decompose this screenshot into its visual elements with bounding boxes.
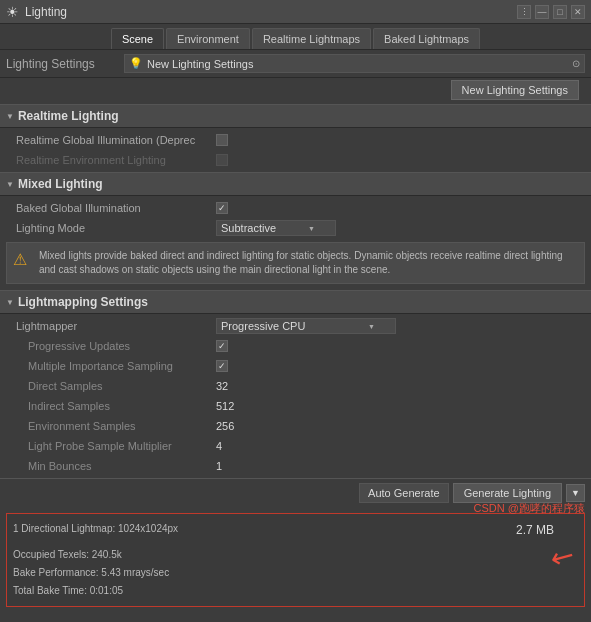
maximize-button[interactable]: □ bbox=[553, 5, 567, 19]
lightmapping-settings-header[interactable]: ▼ Lightmapping Settings bbox=[0, 290, 591, 314]
watermark-text: CSDN @跑哮的程序猿 bbox=[474, 501, 585, 516]
stats-line1: 1 Directional Lightmap: 1024x1024px bbox=[13, 520, 578, 538]
baked-global-illumination-row: Baked Global Illumination bbox=[0, 198, 591, 218]
lighting-settings-value: New Lighting Settings bbox=[147, 58, 253, 70]
baked-global-illumination-label: Baked Global Illumination bbox=[16, 202, 216, 214]
min-bounces-value: 1 bbox=[216, 460, 222, 472]
tab-realtime-lightmaps[interactable]: Realtime Lightmaps bbox=[252, 28, 371, 49]
lightmapper-label: Lightmapper bbox=[16, 320, 216, 332]
realtime-global-illumination-row: Realtime Global Illumination (Deprec bbox=[0, 130, 591, 150]
realtime-global-illumination-checkbox[interactable] bbox=[216, 134, 228, 146]
progressive-updates-label: Progressive Updates bbox=[16, 340, 216, 352]
lighting-mode-row: Lighting Mode Subtractive bbox=[0, 218, 591, 238]
tab-scene[interactable]: Scene bbox=[111, 28, 164, 49]
indirect-samples-row: Indirect Samples 512 bbox=[0, 396, 591, 416]
realtime-environment-lighting-checkbox bbox=[216, 154, 228, 166]
new-lighting-settings-button[interactable]: New Lighting Settings bbox=[451, 80, 579, 100]
light-probe-sample-multiplier-row: Light Probe Sample Multiplier 4 bbox=[0, 436, 591, 456]
lightmapper-select[interactable]: Progressive CPU bbox=[216, 318, 396, 334]
environment-samples-label: Environment Samples bbox=[16, 420, 216, 432]
select-arrow-icon: ⊙ bbox=[572, 58, 580, 69]
indirect-samples-value: 512 bbox=[216, 400, 234, 412]
multiple-importance-sampling-checkbox[interactable] bbox=[216, 360, 228, 372]
generate-lighting-button[interactable]: Generate Lighting bbox=[453, 483, 562, 503]
min-bounces-row: Min Bounces 1 bbox=[0, 456, 591, 476]
lightmapping-collapse-triangle-icon: ▼ bbox=[6, 298, 14, 307]
environment-samples-row: Environment Samples 256 bbox=[0, 416, 591, 436]
mixed-collapse-triangle-icon: ▼ bbox=[6, 180, 14, 189]
lightmapper-row: Lightmapper Progressive CPU bbox=[0, 316, 591, 336]
warning-icon: ⚠ bbox=[13, 249, 31, 277]
realtime-environment-lighting-row: Realtime Environment Lighting bbox=[0, 150, 591, 170]
tab-bar-wrapper: Scene Environment Realtime Lightmaps Bak… bbox=[0, 24, 591, 50]
mixed-lighting-content: Baked Global Illumination Lighting Mode … bbox=[0, 196, 591, 290]
auto-generate-label: Auto Generate bbox=[368, 487, 440, 499]
tab-baked-lightmaps[interactable]: Baked Lightmaps bbox=[373, 28, 480, 49]
multiple-importance-sampling-row: Multiple Importance Sampling bbox=[0, 356, 591, 376]
window-title: Lighting bbox=[25, 5, 67, 19]
mixed-lighting-warning: ⚠ Mixed lights provide baked direct and … bbox=[6, 242, 585, 284]
min-bounces-label: Min Bounces bbox=[16, 460, 216, 472]
tab-environment[interactable]: Environment bbox=[166, 28, 250, 49]
auto-generate-button[interactable]: Auto Generate bbox=[359, 483, 449, 503]
direct-samples-value: 32 bbox=[216, 380, 228, 392]
stats-line3: Occupied Texels: 240.5k bbox=[13, 546, 578, 564]
lighting-settings-select[interactable]: 💡 New Lighting Settings ⊙ bbox=[124, 54, 585, 73]
baked-global-illumination-checkbox[interactable] bbox=[216, 202, 228, 214]
mixed-lighting-header[interactable]: ▼ Mixed Lighting bbox=[0, 172, 591, 196]
realtime-environment-lighting-label: Realtime Environment Lighting bbox=[16, 154, 216, 166]
title-bar: ☀ Lighting ⋮ — □ ✕ bbox=[0, 0, 591, 24]
realtime-lighting-header[interactable]: ▼ Realtime Lighting bbox=[0, 104, 591, 128]
realtime-global-illumination-label: Realtime Global Illumination (Deprec bbox=[16, 134, 216, 146]
stats-line5: Total Bake Time: 0:01:05 bbox=[13, 582, 578, 600]
warning-text: Mixed lights provide baked direct and in… bbox=[39, 249, 578, 277]
realtime-lighting-content: Realtime Global Illumination (Deprec Rea… bbox=[0, 128, 591, 172]
drag-handle-icon: ⋮ bbox=[517, 5, 531, 19]
stats-size: 2.7 MB bbox=[516, 520, 554, 542]
lightmapping-settings-content: Lightmapper Progressive CPU Progressive … bbox=[0, 314, 591, 478]
stats-panel: 1 Directional Lightmap: 1024x1024px Occu… bbox=[6, 513, 585, 607]
generate-lighting-dropdown-button[interactable]: ▼ bbox=[566, 484, 585, 502]
tab-bar: Scene Environment Realtime Lightmaps Bak… bbox=[0, 24, 591, 50]
stats-line4: Bake Performance: 5.43 mrays/sec bbox=[13, 564, 578, 582]
close-button[interactable]: ✕ bbox=[571, 5, 585, 19]
light-probe-sample-multiplier-label: Light Probe Sample Multiplier bbox=[16, 440, 216, 452]
lighting-settings-row: Lighting Settings 💡 New Lighting Setting… bbox=[0, 50, 591, 78]
progressive-updates-checkbox[interactable] bbox=[216, 340, 228, 352]
direct-samples-row: Direct Samples 32 bbox=[0, 376, 591, 396]
environment-samples-value: 256 bbox=[216, 420, 234, 432]
realtime-lighting-title: Realtime Lighting bbox=[18, 109, 119, 123]
lighting-icon: 💡 bbox=[129, 57, 143, 70]
multiple-importance-sampling-label: Multiple Importance Sampling bbox=[16, 360, 216, 372]
indirect-samples-label: Indirect Samples bbox=[16, 400, 216, 412]
title-bar-left: ☀ Lighting bbox=[6, 4, 67, 20]
lightmapping-settings-title: Lightmapping Settings bbox=[18, 295, 148, 309]
minimize-button[interactable]: — bbox=[535, 5, 549, 19]
light-probe-sample-multiplier-value: 4 bbox=[216, 440, 222, 452]
lighting-mode-select[interactable]: Subtractive bbox=[216, 220, 336, 236]
progressive-updates-row: Progressive Updates bbox=[0, 336, 591, 356]
lighting-window-icon: ☀ bbox=[6, 4, 19, 20]
mixed-lighting-title: Mixed Lighting bbox=[18, 177, 103, 191]
title-bar-right: ⋮ — □ ✕ bbox=[517, 5, 585, 19]
lighting-mode-label: Lighting Mode bbox=[16, 222, 216, 234]
collapse-triangle-icon: ▼ bbox=[6, 112, 14, 121]
new-lighting-btn-row: New Lighting Settings bbox=[0, 78, 591, 104]
direct-samples-label: Direct Samples bbox=[16, 380, 216, 392]
lighting-settings-label: Lighting Settings bbox=[6, 57, 116, 71]
main-panel: Lighting Settings 💡 New Lighting Setting… bbox=[0, 50, 591, 616]
